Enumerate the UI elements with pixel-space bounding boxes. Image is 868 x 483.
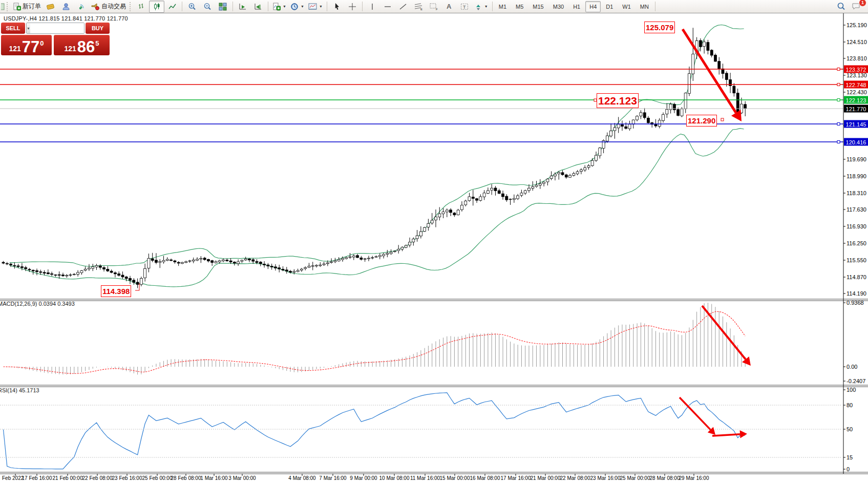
line-handle[interactable] [837, 99, 840, 101]
time-axis-label: 21 Mar 00:00 [531, 475, 561, 481]
text-label-button[interactable]: T [457, 1, 472, 13]
candle-body [241, 260, 243, 261]
text-label-icon: T [460, 3, 469, 11]
candle-body [714, 55, 717, 61]
candlestick-chart-button[interactable] [149, 1, 164, 13]
time-axis-label: 28 Mar 08:00 [650, 475, 680, 481]
candle-body [203, 258, 206, 260]
buy-button[interactable]: BUY [86, 23, 110, 34]
candle-body [625, 127, 627, 129]
search-button[interactable] [833, 1, 849, 13]
bar-chart-button[interactable] [134, 1, 149, 13]
bar-chart-icon [138, 3, 145, 11]
annotation-price-label[interactable]: 114.398 [101, 285, 131, 297]
depth-of-market-button[interactable] [43, 1, 58, 13]
tile-windows-button[interactable] [215, 1, 230, 13]
trend-arrow-macd[interactable] [702, 306, 746, 360]
candle-body [532, 187, 534, 188]
candle-body [699, 40, 702, 47]
time-axis-label: 22 Mar 08:00 [560, 475, 590, 481]
candle-body [159, 261, 161, 262]
candle-body [125, 277, 128, 279]
templates-button[interactable]: ▼ [306, 1, 325, 13]
candle-body [107, 269, 109, 271]
volume-decrease-button[interactable]: ▼ [27, 23, 30, 33]
candle-body [315, 265, 318, 266]
timeframe-button-m1[interactable]: M1 [495, 1, 511, 12]
toolbar-drag-handle[interactable] [7, 2, 9, 11]
candle-body [326, 263, 329, 264]
text-button[interactable]: A [441, 1, 457, 13]
candle-body [274, 267, 277, 268]
candle-body [263, 264, 266, 265]
fibonacci-button[interactable]: E [411, 1, 426, 13]
annotation-price-label[interactable]: 122.123 [597, 93, 639, 108]
annotation-price-label[interactable]: 125.079 [644, 22, 675, 33]
channel-button[interactable]: F [426, 1, 441, 13]
trend-arrow-rsi-right[interactable] [712, 434, 740, 436]
community-button[interactable] [58, 1, 74, 13]
timeframe-button-h4[interactable]: H4 [585, 1, 601, 12]
chart-shift-button[interactable] [250, 1, 266, 13]
new-order-button[interactable]: 新订单 [11, 1, 43, 13]
candlestick-icon [153, 3, 161, 11]
toolbar-drag-handle[interactable] [130, 2, 132, 11]
sell-price-box[interactable]: 121 77 0 [1, 35, 52, 55]
notifications-button[interactable]: 1 [849, 1, 864, 13]
candle-body [371, 258, 374, 258]
trendline-button[interactable] [395, 1, 411, 13]
timeframe-button-m15[interactable]: M15 [528, 1, 547, 12]
volume-spinner: ▼ ▲ [26, 23, 84, 34]
periods-button[interactable]: ▼ [288, 1, 306, 13]
auto-scroll-button[interactable] [235, 1, 250, 13]
timeframe-button-m5[interactable]: M5 [512, 1, 527, 12]
cursor-button[interactable] [329, 1, 345, 13]
zoom-out-button[interactable] [200, 1, 215, 13]
gold-box-icon [46, 3, 55, 11]
timeframe-button-w1[interactable]: W1 [618, 1, 635, 12]
crosshair-icon [348, 3, 356, 11]
sell-button[interactable]: SELL [1, 23, 25, 34]
candle-body [640, 113, 642, 116]
candle-body [718, 61, 721, 69]
crosshair-button[interactable] [345, 1, 360, 13]
price-tag: 121.145 [844, 120, 868, 128]
chart-canvas[interactable] [0, 13, 868, 483]
indicators-button[interactable]: ▼ [270, 1, 288, 13]
timeframe-button-h1[interactable]: H1 [569, 1, 584, 12]
buy-price-box[interactable]: 121 86 5 [54, 35, 110, 55]
candle-body [103, 267, 105, 269]
timeframe-button-mn[interactable]: MN [636, 1, 653, 12]
vertical-line-button[interactable] [365, 1, 380, 13]
candle-body [472, 197, 474, 199]
cloud-user-icon [62, 3, 71, 11]
volume-input[interactable] [30, 23, 84, 33]
line-handle[interactable] [837, 68, 840, 71]
line-chart-button[interactable] [164, 1, 180, 13]
signals-button[interactable] [74, 1, 89, 13]
candle-body [51, 274, 53, 275]
bollinger-upper-band [10, 25, 744, 267]
candle-body [479, 197, 482, 200]
trend-arrow-rsi-down[interactable] [680, 397, 710, 430]
horizontal-line-button[interactable] [380, 1, 395, 13]
autotrading-button[interactable]: 自动交易 [89, 1, 128, 13]
line-handle[interactable] [837, 83, 840, 86]
candle-body [486, 191, 489, 193]
candle-body [558, 172, 560, 174]
line-handle[interactable] [837, 141, 840, 143]
price-tag: 121.770 [844, 105, 868, 113]
timeframe-button-d1[interactable]: D1 [602, 1, 617, 12]
zoom-in-button[interactable] [184, 1, 200, 13]
candle-body [621, 124, 624, 126]
line-handle[interactable] [837, 123, 840, 125]
candle-body [237, 262, 240, 264]
timeframe-button-m30[interactable]: M30 [549, 1, 568, 12]
channel-grid-icon: F [429, 3, 438, 11]
candle-body [442, 212, 444, 214]
candle-body [147, 258, 150, 268]
candle-body [453, 213, 456, 215]
shapes-button[interactable]: ▼ [472, 1, 490, 13]
annotation-price-label[interactable]: 121.290 [686, 115, 717, 127]
vertical-line-icon [370, 3, 375, 11]
